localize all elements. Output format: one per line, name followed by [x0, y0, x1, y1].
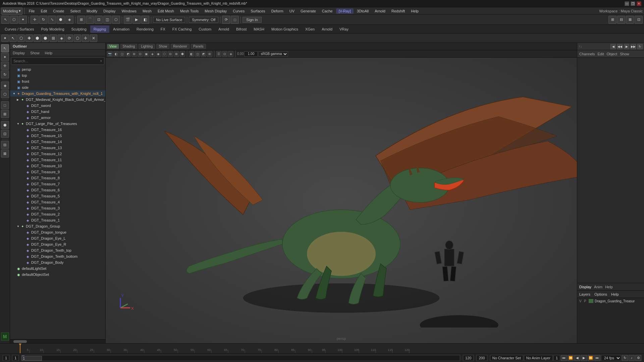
vp-shading-2[interactable]: ▣ [144, 51, 149, 57]
cat-sculpting[interactable]: Sculpting [68, 25, 90, 33]
tree-item-treasure-2[interactable]: ◈ DGT_Treasure_2 [10, 211, 105, 217]
menu-select[interactable]: Select [67, 8, 83, 14]
ipr-btn[interactable]: ▶ [132, 16, 141, 24]
layout-icon-3[interactable]: ⊠ [626, 16, 634, 24]
shelf-skin-btn[interactable]: ⬡ [74, 35, 81, 42]
no-anim-layer-field[interactable]: No Anim Layer [524, 355, 553, 361]
move-mode-btn[interactable]: ✛ [1, 62, 9, 70]
layer-item[interactable]: V P Dragon_Guarding_Treasures_v [577, 298, 644, 304]
layer-v-toggle[interactable]: V [579, 299, 584, 303]
playback-end-field[interactable]: 120 [463, 355, 474, 361]
minimize-button[interactable]: — [625, 1, 629, 6]
construction-btn[interactable]: □ [231, 16, 239, 24]
right-panel-btn-2[interactable]: ◀◀ [617, 44, 623, 49]
loop-btn[interactable]: ↻ [622, 355, 628, 361]
cat-rendering[interactable]: Rendering [133, 25, 157, 33]
right-panel-btn-5[interactable]: ↻ [637, 44, 643, 49]
menu-edit[interactable]: Edit [38, 8, 50, 14]
range-end-field[interactable]: 200 [476, 355, 487, 361]
vp-shading-4[interactable]: ◉ [156, 51, 161, 57]
cat-mash[interactable]: MASH [250, 25, 268, 33]
tree-item-treasure-9[interactable]: ◈ DGT_Treasure_9 [10, 169, 105, 175]
rotate-tool-btn[interactable]: ↻ [39, 16, 47, 24]
render-region-btn[interactable]: □ [1, 101, 9, 109]
layers-tab[interactable]: Layers [579, 292, 590, 296]
go-to-start-btn[interactable]: ⏮ [561, 355, 567, 361]
snap-surface-btn[interactable]: ⬡ [112, 16, 120, 24]
current-frame-marker[interactable]: 1 [22, 356, 42, 361]
channel-tab-edit[interactable]: Edit [597, 52, 604, 56]
vp-shading-3[interactable]: ◈ [150, 51, 155, 57]
cat-fx-caching[interactable]: FX Caching [169, 25, 195, 33]
soft-mod-btn[interactable]: ◈ [65, 16, 73, 24]
tree-item-treasure-14[interactable]: ◈ DGT_Treasure_14 [10, 139, 105, 145]
layout-icon-2[interactable]: ⊟ [617, 16, 625, 24]
go-to-end-btn[interactable]: ⏭ [594, 355, 600, 361]
outliner-scrollbar-thumb[interactable] [13, 340, 27, 343]
tree-item-side[interactable]: ▣ side [10, 84, 105, 90]
vp-toggle-3[interactable]: ⊠ [174, 51, 179, 57]
menu-curves[interactable]: Curves [230, 8, 247, 14]
channel-tab-object[interactable]: Object [606, 52, 617, 56]
settings-btn[interactable]: ⚙ [635, 355, 641, 361]
scale-tool-btn[interactable]: ⤡ [48, 16, 56, 24]
cat-curves-surfaces[interactable]: Curves / Surfaces [1, 25, 37, 33]
menu-3dtoall[interactable]: 3DtoAll [354, 8, 371, 14]
menu-surfaces[interactable]: Surfaces [248, 8, 268, 14]
scene-table-btn[interactable]: ⊟ [1, 141, 9, 149]
tree-item-persp[interactable]: ▣ persp [10, 66, 105, 72]
tree-item-dragon-eye-r[interactable]: ◈ DGT_Dragon_Eye_R [10, 241, 105, 247]
tree-item-treasure-10[interactable]: ◈ DGT_Treasure_10 [10, 163, 105, 169]
vp-colorspace-dropdown[interactable]: sRGB gamma [258, 51, 288, 57]
vp-select-3[interactable]: ◩ [201, 51, 206, 57]
cat-xgen[interactable]: XGen [302, 25, 318, 33]
shelf-skeleton-btn[interactable]: ⬢ [34, 35, 41, 42]
tree-item-treasure-4[interactable]: ◈ DGT_Treasure_4 [10, 199, 105, 205]
cb-tab-help[interactable]: Help [605, 285, 613, 289]
shelf-cross-btn[interactable]: ✕ [90, 35, 97, 42]
select-mode-btn[interactable]: ↖ [1, 44, 9, 52]
vp-menu-lighting[interactable]: Lighting [139, 44, 155, 49]
rotate-mode-btn[interactable]: ↻ [1, 70, 9, 78]
layer-color-swatch[interactable] [589, 299, 593, 303]
shelf-plus-btn[interactable]: ✛ [82, 35, 89, 42]
playback-start-field[interactable]: 1 [12, 355, 19, 361]
menu-display[interactable]: Display [101, 8, 118, 14]
render-btn[interactable]: 🎬 [124, 16, 132, 24]
tree-item-treasure-5[interactable]: ◈ DGT_Treasure_5 [10, 193, 105, 199]
vp-gamma-input[interactable] [244, 51, 258, 57]
shelf-paint-btn[interactable]: ✚ [25, 35, 33, 42]
menu-generate[interactable]: Generate [298, 8, 319, 14]
tree-item-top[interactable]: ▣ top [10, 72, 105, 78]
play-forward-btn[interactable]: ▶ [581, 355, 587, 361]
channel-tab-channels[interactable]: Channels [579, 52, 595, 56]
vp-select-4[interactable]: ⊞ [207, 51, 212, 57]
cat-poly-modeling[interactable]: Poly Modeling [38, 25, 67, 33]
paint-select-btn[interactable]: ✦ [19, 16, 27, 24]
menu-create[interactable]: Create [50, 8, 67, 14]
vp-cam-2[interactable]: ⊡ [222, 51, 227, 57]
extra-btn[interactable]: ⊠ [1, 149, 9, 158]
tree-item-sword[interactable]: ◈ DGT_sword [10, 103, 105, 109]
cat-vray[interactable]: VRay [336, 25, 352, 33]
vp-select-2[interactable]: ◫ [195, 51, 200, 57]
vp-shading-1[interactable]: ⊡ [138, 51, 143, 57]
step-forward-btn[interactable]: ⏩ [588, 355, 594, 361]
shelf-ik-btn[interactable]: ⬣ [42, 35, 49, 42]
menu-modify[interactable]: Modify [84, 8, 100, 14]
menu-redshift[interactable]: Redshift [389, 8, 408, 14]
cat-fx[interactable]: FX [157, 25, 169, 33]
move-tool-btn[interactable]: ✛ [31, 16, 39, 24]
layers-help-tab[interactable]: Help [611, 292, 619, 296]
cb-tab-anim[interactable]: Anim [594, 285, 602, 289]
vp-layout-2[interactable]: ◫ [119, 51, 125, 57]
channel-tab-show[interactable]: Show [620, 52, 629, 56]
vp-camera-btn[interactable]: 📷 [107, 51, 113, 57]
frame-number-display[interactable]: 1 [553, 355, 560, 361]
menu-file[interactable]: File [26, 8, 38, 14]
tree-item-dragon-body[interactable]: ◈ DGT_Dragon_Body [10, 259, 105, 265]
symmetry-btn[interactable]: Symmetry: Off [189, 17, 218, 23]
show-manip-btn[interactable]: ⬡ [1, 90, 9, 98]
vp-layout-4[interactable]: ⊞ [131, 51, 137, 57]
sign-in-btn[interactable]: Sign In [243, 17, 261, 23]
